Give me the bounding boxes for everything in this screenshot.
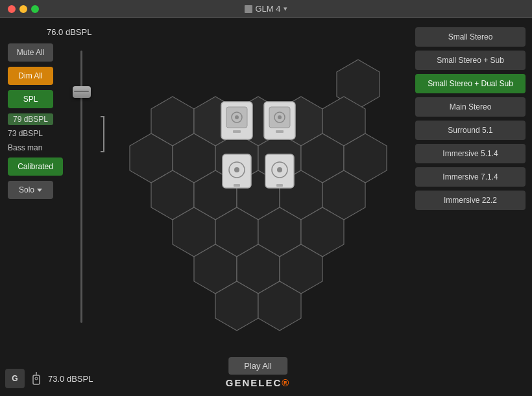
solo-button[interactable]: Solo xyxy=(8,181,53,199)
volume-slider-container xyxy=(75,51,88,323)
preset-small-stereo-sub[interactable]: Small Stereo + Sub xyxy=(415,51,526,70)
speaker-top-left[interactable] xyxy=(221,102,252,139)
svg-point-19 xyxy=(277,167,282,172)
svg-point-6 xyxy=(235,115,239,119)
dim-all-button[interactable]: Dim All xyxy=(8,67,53,85)
play-all-button[interactable]: Play All xyxy=(228,357,287,375)
svg-point-1 xyxy=(35,377,38,380)
minimize-button[interactable] xyxy=(19,5,27,13)
window-controls xyxy=(8,5,39,13)
spl-73-label: 73 dBSPL xyxy=(8,129,53,138)
close-button[interactable] xyxy=(8,5,16,13)
speaker-top-right[interactable] xyxy=(264,102,295,139)
spl-value-top: 76.0 dBSPL xyxy=(47,27,99,37)
preset-small-stereo[interactable]: Small Stereo xyxy=(415,27,526,47)
svg-rect-20 xyxy=(276,184,283,187)
spl-button[interactable]: SPL xyxy=(8,90,53,108)
preset-small-stereo-dual-sub[interactable]: Small Stereo + Dual Sub xyxy=(415,74,526,93)
preset-surround-51[interactable]: Surround 5.1 xyxy=(415,121,526,140)
spl-79-label: 79 dBSPL xyxy=(8,113,53,125)
svg-rect-16 xyxy=(234,184,240,187)
main-area: 76.0 dBSPL Mute All Dim All SPL 79 dBSPL… xyxy=(0,18,532,396)
solo-chevron-icon xyxy=(37,189,42,192)
svg-point-11 xyxy=(278,115,282,119)
preset-main-stereo[interactable]: Main Stereo xyxy=(415,97,526,117)
preset-immersive-222[interactable]: Immersive 22.2 xyxy=(415,191,526,210)
genelec-logo: GENELEC® xyxy=(226,377,291,388)
title-chevron: ▾ xyxy=(284,5,287,13)
speaker-icon xyxy=(31,371,42,386)
svg-rect-12 xyxy=(276,130,284,133)
svg-point-15 xyxy=(234,167,239,172)
preset-immersive-714[interactable]: Immersive 7.1.4 xyxy=(415,167,526,187)
bottom-spl-value: 73.0 dBSPL xyxy=(48,374,93,384)
g-button[interactable]: G xyxy=(5,369,25,388)
slider-track xyxy=(80,51,82,323)
app-title: GLM 4 ▾ xyxy=(245,4,287,14)
speaker-center-left[interactable] xyxy=(223,154,251,188)
genelec-dot: ® xyxy=(282,377,290,388)
slider-thumb[interactable] xyxy=(73,86,91,98)
bottom-left-controls: G 73.0 dBSPL xyxy=(5,369,93,388)
bracket-line xyxy=(101,116,104,152)
hex-grid-svg xyxy=(115,45,401,344)
mute-all-button[interactable]: Mute All xyxy=(8,43,53,62)
right-panel: Small Stereo Small Stereo + Sub Small St… xyxy=(409,18,532,396)
left-panel: 76.0 dBSPL Mute All Dim All SPL 79 dBSPL… xyxy=(0,18,107,396)
preset-immersive-514[interactable]: Immersive 5.1.4 xyxy=(415,144,526,163)
app-icon xyxy=(245,5,252,13)
center-area: Play All GENELEC® xyxy=(107,18,409,396)
title-bar: GLM 4 ▾ xyxy=(0,0,532,18)
maximize-button[interactable] xyxy=(31,5,39,13)
bass-man-label: Bass man xyxy=(8,143,53,152)
calibrated-button[interactable]: Calibrated xyxy=(8,157,63,176)
bottom-center-controls: Play All GENELEC® xyxy=(226,357,291,388)
svg-rect-7 xyxy=(233,130,241,133)
hex-grid xyxy=(115,45,401,344)
speaker-center-right[interactable] xyxy=(265,154,294,188)
